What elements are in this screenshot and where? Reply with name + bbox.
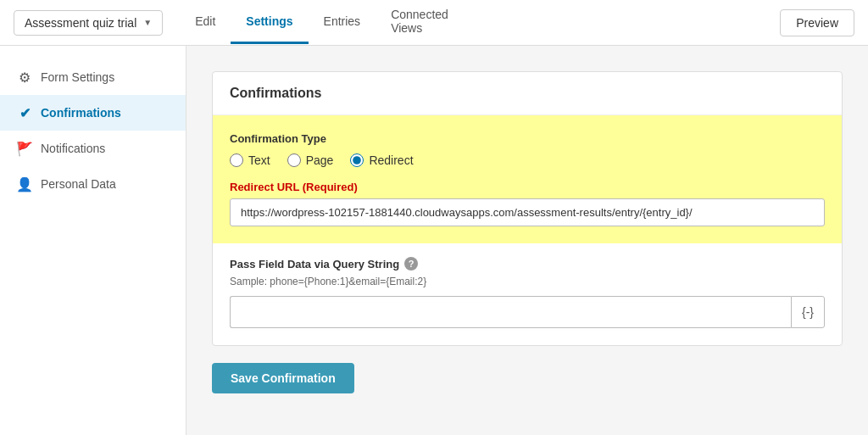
form-name-label: Assessment quiz trial [25, 16, 136, 30]
preview-button[interactable]: Preview [780, 9, 854, 36]
flag-icon: 🚩 [17, 141, 32, 156]
pass-field-label: Pass Field Data via Query String ? [230, 257, 825, 270]
check-circle-icon: ✔ [17, 105, 32, 120]
save-section: Save Confirmation [212, 346, 843, 393]
sidebar-item-personal-data[interactable]: 👤 Personal Data [0, 166, 186, 202]
radio-option-text[interactable]: Text [230, 153, 270, 167]
pass-field-section: Pass Field Data via Query String ? Sampl… [213, 243, 842, 345]
redirect-url-label-text: Redirect URL [230, 181, 299, 193]
main-layout: ⚙ Form Settings ✔ Confirmations 🚩 Notifi… [0, 46, 868, 435]
chevron-down-icon: ▼ [143, 18, 152, 27]
tab-settings[interactable]: Settings [231, 1, 308, 44]
sidebar-item-label: Notifications [41, 142, 105, 155]
sample-text: Sample: phone={Phone:1}&email={Email:2} [230, 276, 825, 287]
sidebar-item-label: Form Settings [41, 70, 114, 84]
radio-group-confirmation-type: Text Page Redirect [230, 153, 825, 167]
gear-icon: ⚙ [17, 70, 32, 85]
radio-text-label: Text [248, 153, 270, 167]
user-icon: 👤 [17, 176, 32, 192]
sidebar-item-confirmations[interactable]: ✔ Confirmations [0, 95, 186, 131]
radio-option-page[interactable]: Page [287, 153, 334, 167]
help-icon[interactable]: ? [404, 257, 418, 270]
top-bar: Assessment quiz trial ▼ Edit Settings En… [0, 0, 868, 46]
sidebar-item-form-settings[interactable]: ⚙ Form Settings [0, 59, 186, 95]
pass-field-label-text: Pass Field Data via Query String [230, 258, 399, 270]
tab-connected-views[interactable]: Connected Views [376, 0, 480, 51]
radio-option-redirect[interactable]: Redirect [350, 153, 413, 167]
redirect-url-label: Redirect URL (Required) [230, 181, 825, 193]
tab-entries[interactable]: Entries [309, 1, 376, 44]
confirmation-type-section: Confirmation Type Text Page Redirect [213, 115, 842, 243]
save-confirmation-button[interactable]: Save Confirmation [212, 363, 354, 393]
query-input-row: {-} [230, 296, 825, 328]
nav-tabs: Edit Settings Entries Connected Views [180, 0, 480, 51]
form-selector[interactable]: Assessment quiz trial ▼ [14, 10, 163, 36]
panel-body: Confirmation Type Text Page Redirect [213, 115, 842, 345]
tab-edit[interactable]: Edit [180, 1, 231, 44]
redirect-url-required-text: (Required) [303, 181, 358, 193]
radio-redirect-label: Redirect [369, 153, 413, 167]
panel-title: Confirmations [213, 72, 842, 115]
merge-tag-button[interactable]: {-} [791, 296, 825, 328]
confirmation-type-label: Confirmation Type [230, 132, 825, 145]
radio-page-label: Page [306, 153, 334, 167]
content-area: Confirmations Confirmation Type Text Pag… [186, 46, 868, 435]
merge-tag-icon: {-} [802, 305, 814, 319]
radio-page[interactable] [287, 153, 301, 167]
sidebar-item-label: Personal Data [41, 177, 116, 191]
sidebar: ⚙ Form Settings ✔ Confirmations 🚩 Notifi… [0, 46, 186, 435]
sidebar-item-notifications[interactable]: 🚩 Notifications [0, 131, 186, 166]
query-string-input[interactable] [230, 296, 791, 328]
radio-text[interactable] [230, 153, 243, 167]
confirmations-panel: Confirmations Confirmation Type Text Pag… [212, 71, 843, 346]
radio-redirect[interactable] [350, 153, 364, 167]
sidebar-item-label: Confirmations [41, 106, 121, 120]
redirect-url-input[interactable] [230, 198, 825, 226]
